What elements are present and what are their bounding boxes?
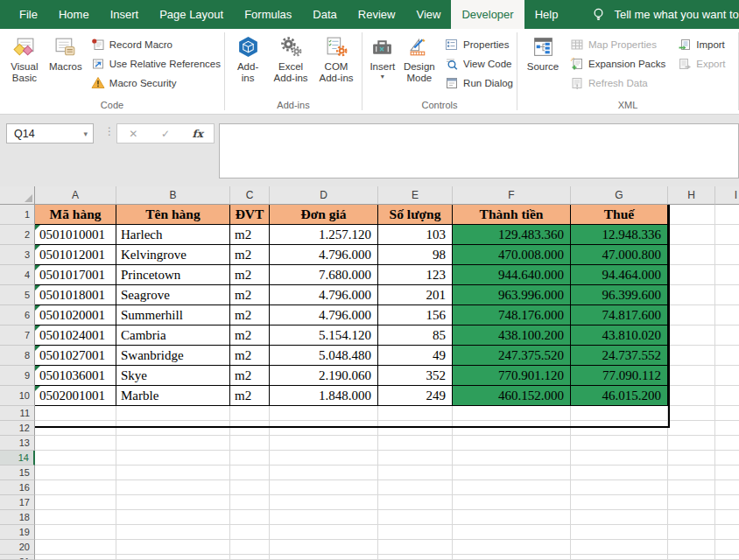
cell-D21[interactable] bbox=[270, 555, 378, 560]
column-header-B[interactable]: B bbox=[116, 186, 230, 205]
cell-F14[interactable] bbox=[453, 451, 571, 466]
cell-F13[interactable] bbox=[453, 436, 571, 451]
cell-C11[interactable] bbox=[230, 406, 270, 421]
cell-C13[interactable] bbox=[230, 436, 270, 451]
cell-A5[interactable]: 0501018001 bbox=[35, 285, 116, 305]
cell-I19[interactable] bbox=[715, 525, 739, 540]
cell-H20[interactable] bbox=[668, 540, 715, 555]
column-header-E[interactable]: E bbox=[378, 186, 453, 205]
cell-E2[interactable]: 103 bbox=[378, 225, 453, 245]
cell-B16[interactable] bbox=[116, 480, 230, 495]
formula-input[interactable] bbox=[219, 123, 739, 178]
row-header-11[interactable]: 11 bbox=[0, 406, 35, 421]
cell-D19[interactable] bbox=[270, 525, 378, 540]
cell-H2[interactable] bbox=[668, 225, 715, 245]
cell-A16[interactable] bbox=[35, 480, 116, 495]
cell-I2[interactable] bbox=[715, 225, 739, 245]
cell-B12[interactable] bbox=[116, 421, 230, 436]
cell-G21[interactable] bbox=[571, 555, 668, 560]
column-header-D[interactable]: D bbox=[270, 186, 378, 205]
cell-E14[interactable] bbox=[378, 451, 453, 466]
cell-H19[interactable] bbox=[668, 525, 715, 540]
cell-H6[interactable] bbox=[668, 305, 715, 326]
run-dialog-button[interactable]: Run Dialog bbox=[445, 76, 513, 90]
cell-D15[interactable] bbox=[270, 466, 378, 480]
cell-I6[interactable] bbox=[715, 305, 739, 326]
row-header-6[interactable]: 6 bbox=[0, 305, 35, 326]
cell-B14[interactable] bbox=[116, 451, 230, 466]
cell-A2[interactable]: 0501010001 bbox=[35, 225, 116, 245]
cell-A19[interactable] bbox=[35, 525, 116, 540]
cell-A12[interactable] bbox=[35, 421, 116, 436]
cell-B4[interactable]: Princetown bbox=[116, 265, 230, 285]
cell-E11[interactable] bbox=[378, 406, 453, 421]
cell-E17[interactable] bbox=[378, 495, 453, 510]
cell-E19[interactable] bbox=[378, 525, 453, 540]
cell-I3[interactable] bbox=[715, 245, 739, 265]
tell-me-box[interactable]: Tell me what you want to do bbox=[591, 0, 739, 29]
insert-control-button[interactable]: Insert ▾ bbox=[366, 33, 399, 80]
cell-B17[interactable] bbox=[116, 495, 230, 510]
cell-C2[interactable]: m2 bbox=[230, 225, 270, 245]
name-box-caret-icon[interactable]: ▾ bbox=[83, 130, 93, 138]
cell-H1[interactable] bbox=[668, 205, 715, 225]
cell-H16[interactable] bbox=[668, 480, 715, 495]
cell-C19[interactable] bbox=[230, 525, 270, 540]
cell-A14[interactable] bbox=[35, 451, 116, 466]
cell-F4[interactable]: 944.640.000 bbox=[453, 265, 571, 285]
cell-I13[interactable] bbox=[715, 436, 739, 451]
cell-C4[interactable]: m2 bbox=[230, 265, 270, 285]
row-header-12[interactable]: 12 bbox=[0, 421, 35, 436]
cell-E9[interactable]: 352 bbox=[378, 366, 453, 386]
design-mode-button[interactable]: Design Mode bbox=[399, 33, 440, 84]
select-all-button[interactable] bbox=[0, 186, 35, 205]
cell-G3[interactable]: 47.000.800 bbox=[571, 245, 668, 265]
tab-help[interactable]: Help bbox=[524, 0, 569, 29]
cell-A11[interactable] bbox=[35, 406, 116, 421]
cell-B6[interactable]: Summerhill bbox=[116, 305, 230, 326]
table-header-C1[interactable]: ĐVT bbox=[230, 205, 270, 225]
cell-F6[interactable]: 748.176.000 bbox=[453, 305, 571, 326]
cell-E7[interactable]: 85 bbox=[378, 326, 453, 346]
row-header-21[interactable]: 21 bbox=[0, 555, 35, 560]
cell-D13[interactable] bbox=[270, 436, 378, 451]
column-header-F[interactable]: F bbox=[453, 186, 571, 205]
table-header-G1[interactable]: Thuế bbox=[571, 205, 668, 225]
formula-bar-resize-handle[interactable]: ⋮ bbox=[104, 125, 115, 137]
cell-F10[interactable]: 460.152.000 bbox=[453, 386, 571, 406]
cell-C15[interactable] bbox=[230, 466, 270, 480]
cell-H21[interactable] bbox=[668, 555, 715, 560]
row-header-9[interactable]: 9 bbox=[0, 366, 35, 386]
tab-page-layout[interactable]: Page Layout bbox=[149, 0, 234, 29]
row-header-7[interactable]: 7 bbox=[0, 326, 35, 346]
cell-I17[interactable] bbox=[715, 495, 739, 510]
cell-I16[interactable] bbox=[715, 480, 739, 495]
cell-I14[interactable] bbox=[715, 451, 739, 466]
cell-G6[interactable]: 74.817.600 bbox=[571, 305, 668, 326]
cell-H3[interactable] bbox=[668, 245, 715, 265]
cell-I21[interactable] bbox=[715, 555, 739, 560]
row-header-16[interactable]: 16 bbox=[0, 480, 35, 495]
cell-F12[interactable] bbox=[453, 421, 571, 436]
cell-B18[interactable] bbox=[116, 510, 230, 525]
cell-D12[interactable] bbox=[270, 421, 378, 436]
cell-A10[interactable]: 0502001001 bbox=[35, 386, 116, 406]
tab-review[interactable]: Review bbox=[348, 0, 406, 29]
cell-H5[interactable] bbox=[668, 285, 715, 305]
view-code-button[interactable]: View Code bbox=[445, 57, 513, 71]
cell-H12[interactable] bbox=[668, 421, 715, 436]
cell-A18[interactable] bbox=[35, 510, 116, 525]
column-header-A[interactable]: A bbox=[35, 186, 116, 205]
cell-G19[interactable] bbox=[571, 525, 668, 540]
cell-F3[interactable]: 470.008.000 bbox=[453, 245, 571, 265]
cell-I9[interactable] bbox=[715, 366, 739, 386]
cell-D4[interactable]: 7.680.000 bbox=[270, 265, 378, 285]
cell-I15[interactable] bbox=[715, 466, 739, 480]
row-header-19[interactable]: 19 bbox=[0, 525, 35, 540]
cell-I5[interactable] bbox=[715, 285, 739, 305]
cell-C14[interactable] bbox=[230, 451, 270, 466]
tab-developer[interactable]: Developer bbox=[451, 0, 524, 29]
cell-D9[interactable]: 2.190.060 bbox=[270, 366, 378, 386]
cell-E21[interactable] bbox=[378, 555, 453, 560]
cell-H15[interactable] bbox=[668, 466, 715, 480]
